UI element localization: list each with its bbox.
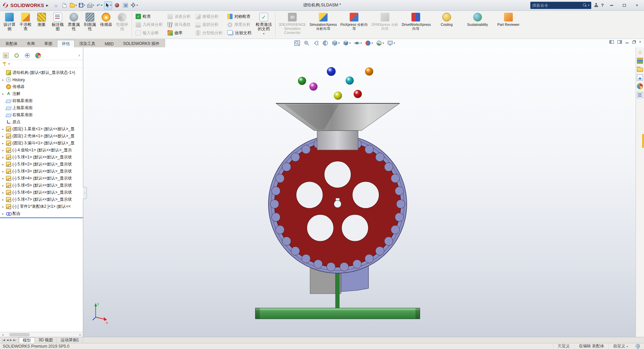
expand-arrow-icon[interactable]: ▸: [1, 212, 5, 215]
tab-评估[interactable]: 评估: [57, 40, 75, 47]
tree-item[interactable]: ▸History: [0, 76, 83, 83]
maximize-button[interactable]: [619, 1, 629, 9]
expand-arrow-icon[interactable]: ▸: [1, 163, 5, 166]
expand-arrow-icon[interactable]: ▸: [1, 149, 5, 152]
panel-chevron-icon[interactable]: ›: [79, 53, 80, 58]
pane-right-icon[interactable]: [617, 40, 622, 44]
filter-dropdown-arrow-icon[interactable]: ▾: [8, 62, 10, 65]
first-tab-icon[interactable]: |◀: [2, 339, 5, 342]
window-restore-icon[interactable]: [632, 41, 635, 44]
previous-view-button[interactable]: [312, 40, 319, 47]
tree-item[interactable]: ▸(固定) 2.壳体<1> (默认<<默认>_显: [0, 133, 83, 140]
tree-item[interactable]: 原点: [0, 118, 83, 126]
expand-arrow-icon[interactable]: ▸: [1, 78, 5, 82]
ribbon-button-3dx[interactable]: 3DEXPERIENCE Simulation Connector: [277, 11, 308, 38]
balls[interactable]: [298, 67, 373, 100]
ribbon-button-measure[interactable]: 测量: [34, 11, 50, 38]
tree-item[interactable]: 进给机构 (默认<默认_显示状态-1>): [0, 69, 83, 76]
zoom-fit-button[interactable]: [294, 40, 301, 47]
bottom-tab-3D 视图[interactable]: 3D 视图: [35, 337, 57, 343]
ball[interactable]: [298, 77, 306, 85]
ribbon-button-check-doc[interactable]: 检查激活的文档▾: [254, 11, 274, 38]
tree-item[interactable]: ▸(-) 5.球<6> (默认<<默认>_显示状: [0, 189, 83, 196]
window-close-icon[interactable]: ×: [639, 40, 641, 44]
ribbon-button-curvature[interactable]: 曲率: [165, 29, 193, 37]
panel-horizontal-scrollbar[interactable]: ◂ ▸: [0, 332, 83, 337]
ball[interactable]: [365, 67, 373, 76]
scrollbar-thumb[interactable]: [9, 333, 30, 336]
expand-arrow-icon[interactable]: ▸: [1, 198, 5, 201]
ribbon-button-markup[interactable]: 标注视图: [50, 11, 66, 38]
search-icon[interactable]: [583, 3, 587, 7]
ribbon-button-compare-docs[interactable]: 比较文档: [225, 29, 254, 37]
last-tab-icon[interactable]: ▶|: [13, 339, 16, 342]
ribbon-button-simx[interactable]: SimulationXpress 分析向导: [308, 11, 339, 38]
home-button[interactable]: ⌂: [52, 1, 60, 9]
tree-item[interactable]: ▸(-) 5.球<2> (默认<<默认>_显示状: [0, 161, 83, 168]
gear-wheel[interactable]: [268, 135, 407, 273]
tree-item[interactable]: ▸(-) 5.球<1> (默认<<默认>_显示状: [0, 154, 83, 161]
ribbon-button-dwx[interactable]: DriveWorksXpress 向导: [400, 11, 431, 38]
tree-item[interactable]: ▸(-) 5.球<5> (默认<<默认>_显示状: [0, 182, 83, 189]
ribbon-button-undercut[interactable]: 底切分析: [193, 21, 225, 29]
minimize-button[interactable]: [606, 1, 616, 9]
display-manager-tab-icon[interactable]: [35, 53, 41, 58]
tree-item[interactable]: ▸(-) 5.球<7> (默认<<默认>_显示状: [0, 196, 83, 203]
ribbon-button-check[interactable]: 检查: [133, 12, 165, 20]
ball[interactable]: [346, 77, 354, 85]
ball[interactable]: [334, 92, 342, 100]
ribbon-button-parting-line[interactable]: 分型线分析: [193, 29, 225, 37]
expand-arrow-icon[interactable]: ▸: [1, 191, 5, 194]
ribbon-button-import-diagnostics[interactable]: 输入诊断: [133, 29, 165, 37]
hopper-neck[interactable]: [317, 131, 358, 150]
user-account-icon[interactable]: [594, 3, 598, 7]
bottom-tab-运动算例1[interactable]: 运动算例1: [57, 337, 83, 343]
appearances-scenes-icon[interactable]: [637, 83, 643, 89]
expand-arrow-icon[interactable]: ▸: [1, 135, 5, 138]
scroll-right-icon[interactable]: ▸: [78, 333, 82, 336]
search-input[interactable]: [532, 3, 582, 8]
new-document-button[interactable]: [60, 1, 68, 9]
prev-tab-icon[interactable]: ◀: [6, 339, 8, 342]
command-list-button[interactable]: [121, 1, 130, 9]
base-plate[interactable]: [255, 308, 420, 319]
open-button[interactable]: ▾: [69, 1, 77, 9]
select-filter-button[interactable]: [113, 1, 121, 9]
expand-arrow-icon[interactable]: ▸: [1, 184, 5, 187]
web-help-globe-icon[interactable]: [636, 344, 640, 348]
save-button[interactable]: ▾: [78, 1, 86, 9]
bottom-tab-模型[interactable]: 模型: [19, 337, 35, 343]
section-view-button[interactable]: [322, 40, 329, 47]
ribbon-button-design-study[interactable]: 设计算例: [1, 11, 17, 38]
graphics-area[interactable]: x y: [83, 47, 636, 337]
ribbon-button-performance[interactable]: 性能评估: [114, 11, 130, 38]
select-button[interactable]: ▾: [104, 1, 112, 9]
design-library-icon[interactable]: [637, 58, 643, 64]
zoom-area-button[interactable]: [303, 40, 310, 47]
expand-arrow-icon[interactable]: ▸: [1, 128, 5, 131]
ribbon-button-draft[interactable]: 拔模分析: [193, 12, 225, 20]
tree-item[interactable]: ▸(-) 4.齿轮<1> (默认<<默认>_显示: [0, 147, 83, 154]
model-scene[interactable]: x y: [83, 47, 636, 337]
ribbon-button-section-properties[interactable]: 剖面属性: [82, 11, 98, 38]
view-settings-button[interactable]: ▾: [387, 40, 395, 47]
command-search[interactable]: ▾: [530, 2, 591, 9]
expand-arrow-icon[interactable]: ▸: [1, 177, 5, 180]
tab-SOLIDWORKS 插件[interactable]: SOLIDWORKS 插件: [118, 40, 164, 47]
tree-item[interactable]: ▸注解: [0, 90, 83, 97]
next-tab-icon[interactable]: ▶: [10, 339, 12, 342]
tree-item[interactable]: ▸(固定) 1.基座<1> (默认<<默认>_显: [0, 126, 83, 133]
feature-manager-tab-icon[interactable]: [3, 53, 9, 58]
filter-funnel-icon[interactable]: [2, 62, 7, 66]
tab-草图[interactable]: 草图: [40, 40, 57, 47]
search-dropdown-arrow-icon[interactable]: ▾: [588, 4, 589, 7]
ribbon-button-flox[interactable]: FloXpress 分析向导: [339, 11, 369, 38]
ball[interactable]: [309, 83, 317, 91]
ribbon-button-mass-properties[interactable]: 质量属性: [66, 11, 82, 38]
ribbon-button-interference[interactable]: 干涉检查: [17, 11, 34, 38]
tab-MBD[interactable]: MBD: [100, 40, 118, 47]
tree-item[interactable]: 上视基准面: [0, 104, 83, 111]
options-button[interactable]: ▾: [130, 1, 138, 9]
tab-布局[interactable]: 布局: [22, 40, 40, 47]
undo-button[interactable]: ↶▾: [95, 1, 103, 9]
